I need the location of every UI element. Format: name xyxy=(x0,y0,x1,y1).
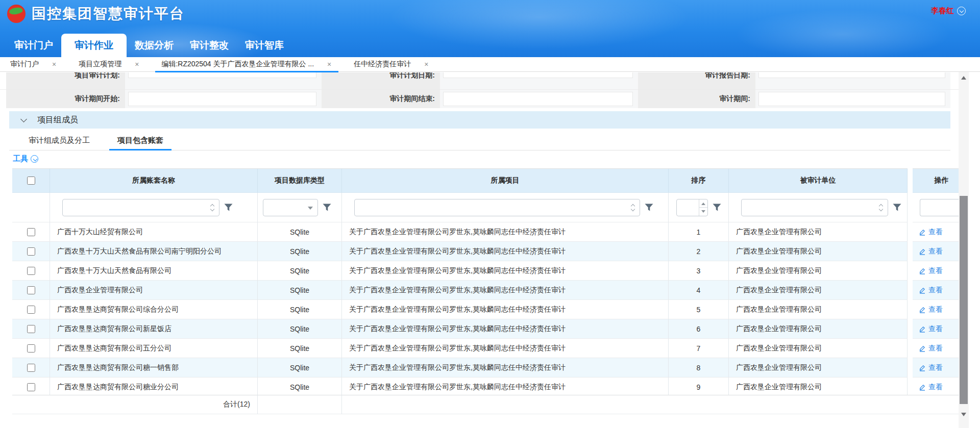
col-audited-unit: 被审计单位 xyxy=(729,168,908,193)
cell-order: 1 xyxy=(669,222,729,242)
view-action-link[interactable]: 查看 xyxy=(919,383,943,392)
funnel-filter-icon[interactable] xyxy=(323,204,331,211)
section-project-members[interactable]: 项目组成员 xyxy=(9,111,950,129)
doc-tab-2[interactable]: 编辑:RZ202504 关于广西农垦企业管理有限公 ...× xyxy=(161,57,331,72)
view-action-link[interactable]: 查看 xyxy=(919,228,943,237)
view-action-link[interactable]: 查看 xyxy=(919,247,943,256)
doc-tab-1[interactable]: 项目立项管理× xyxy=(79,57,139,72)
cell-db-type: SQlite xyxy=(258,222,342,242)
cell-audited-unit: 广西农垦企业管理有限公司 xyxy=(729,377,908,395)
form-input-clipped-2[interactable] xyxy=(443,72,633,78)
cell-account-set-name: 广西农垦十万大山天然食品有限公司 xyxy=(50,261,258,281)
view-action-link[interactable]: 查看 xyxy=(919,286,943,295)
form-label-clipped-2: 审计计划日期: xyxy=(322,72,440,89)
cell-order: 7 xyxy=(669,339,729,358)
cell-account-set-name: 广西农垦垦达商贸有限公司糖业分公司 xyxy=(50,377,258,395)
collapse-chevron-icon[interactable] xyxy=(20,116,27,122)
input-audit-period-end[interactable] xyxy=(443,92,633,106)
row-checkbox[interactable] xyxy=(27,364,35,372)
scroll-up-arrow-icon[interactable] xyxy=(961,76,966,80)
cell-audited-unit: 广西农垦企业管理有限公司 xyxy=(729,281,908,300)
nav-item-2[interactable]: 数据分析 xyxy=(127,34,182,57)
tab-close-icon[interactable]: × xyxy=(135,61,139,68)
funnel-filter-icon[interactable] xyxy=(645,204,653,211)
view-action-link[interactable]: 查看 xyxy=(919,363,943,372)
table-row[interactable]: 广西农垦垦达商贸有限公司新星饭店 SQlite 关于广西农垦企业管理有限公司罗世… xyxy=(12,319,965,339)
nav-item-4[interactable]: 审计智库 xyxy=(237,34,292,57)
form-label-clipped-1: 项目审计计划: xyxy=(6,72,125,89)
doc-tab-0[interactable]: 审计门户× xyxy=(10,57,56,72)
funnel-filter-icon[interactable] xyxy=(713,204,721,211)
form-value-clipped-3 xyxy=(755,72,950,89)
cell-account-set-name: 广西农垦十万大山天然食品有限公司南宁明阳分公司 xyxy=(50,242,258,261)
filter-actions-input-clipped[interactable] xyxy=(920,199,965,216)
form-input-clipped-3[interactable] xyxy=(758,72,945,78)
funnel-filter-icon[interactable] xyxy=(224,204,233,211)
input-audit-period[interactable] xyxy=(758,92,945,106)
cell-db-type: SQlite xyxy=(258,281,342,300)
row-checkbox[interactable] xyxy=(27,228,35,236)
cell-account-set-name: 广西农垦垦达商贸有限公司糖一销售部 xyxy=(50,358,258,377)
cell-project: 关于广西农垦企业管理有限公司罗世东,莫咏麟同志任中经济责任审计 xyxy=(342,261,669,281)
tab-close-icon[interactable]: × xyxy=(52,61,56,68)
filter-account-name-combobox[interactable] xyxy=(62,199,219,216)
user-chevron-down-icon[interactable] xyxy=(957,7,966,15)
nav-item-1[interactable]: 审计作业 xyxy=(61,34,127,57)
filter-audited-unit-combobox[interactable] xyxy=(741,199,888,216)
edit-pencil-icon xyxy=(919,306,926,313)
tab-project-account-sets[interactable]: 项目包含账套 xyxy=(108,131,173,150)
nav-item-3[interactable]: 审计整改 xyxy=(182,34,237,57)
cell-audited-unit: 广西农垦企业管理有限公司 xyxy=(729,242,908,261)
tools-dropdown[interactable]: 工具 xyxy=(13,154,38,164)
user-menu[interactable]: 李春红 xyxy=(931,6,966,16)
vertical-scrollbar[interactable] xyxy=(959,72,969,428)
view-action-link[interactable]: 查看 xyxy=(919,305,943,314)
edit-pencil-icon xyxy=(919,229,926,236)
document-tabstrip: 审计门户×项目立项管理×编辑:RZ202504 关于广西农垦企业管理有限公 ..… xyxy=(0,57,980,72)
cell-db-type: SQlite xyxy=(258,300,342,319)
tab-close-icon[interactable]: × xyxy=(327,61,331,68)
scrollbar-thumb[interactable] xyxy=(960,196,968,404)
cell-audited-unit: 广西农垦企业管理有限公司 xyxy=(729,300,908,319)
row-checkbox[interactable] xyxy=(27,286,35,294)
edit-pencil-icon xyxy=(919,345,926,352)
tab-close-icon[interactable]: × xyxy=(424,61,428,68)
table-row[interactable]: 广西农垦企业管理有限公司 SQlite 关于广西农垦企业管理有限公司罗世东,莫咏… xyxy=(12,281,965,300)
cell-project: 关于广西农垦企业管理有限公司罗世东,莫咏麟同志任中经济责任审计 xyxy=(342,222,669,242)
row-checkbox[interactable] xyxy=(27,325,35,333)
scroll-down-arrow-icon[interactable] xyxy=(961,413,966,416)
form-input-clipped-1[interactable] xyxy=(128,72,316,78)
table-row[interactable]: 广西农垦垦达商贸有限公司糖业分公司 SQlite 关于广西农垦企业管理有限公司罗… xyxy=(12,377,965,395)
cell-db-type: SQlite xyxy=(258,242,342,261)
filter-order-spinner[interactable] xyxy=(676,199,708,216)
view-action-link[interactable]: 查看 xyxy=(919,266,943,275)
table-row[interactable]: 广西十万大山经贸有限公司 SQlite 关于广西农垦企业管理有限公司罗世东,莫咏… xyxy=(12,222,965,242)
table-row[interactable]: 广西农垦十万大山天然食品有限公司 SQlite 关于广西农垦企业管理有限公司罗世… xyxy=(12,261,965,281)
view-action-link[interactable]: 查看 xyxy=(919,324,943,334)
doc-tab-label: 审计门户 xyxy=(10,60,39,69)
cell-order: 3 xyxy=(669,261,729,281)
table-row[interactable]: 广西农垦十万大山天然食品有限公司南宁明阳分公司 SQlite 关于广西农垦企业管… xyxy=(12,242,965,261)
filter-project-combobox[interactable] xyxy=(354,199,640,216)
table-row[interactable]: 广西农垦垦达商贸有限公司综合分公司 SQlite 关于广西农垦企业管理有限公司罗… xyxy=(12,300,965,319)
tab-audit-team-division[interactable]: 审计组成员及分工 xyxy=(19,131,99,150)
row-checkbox[interactable] xyxy=(27,344,35,353)
doc-tab-3[interactable]: 任中经济责任审计× xyxy=(354,57,428,72)
input-audit-period-start[interactable] xyxy=(128,92,316,106)
row-checkbox[interactable] xyxy=(27,306,35,314)
select-all-checkbox[interactable] xyxy=(27,177,35,185)
funnel-filter-icon[interactable] xyxy=(893,204,901,211)
row-checkbox[interactable] xyxy=(27,383,35,391)
cell-order: 9 xyxy=(669,377,729,395)
view-action-link[interactable]: 查看 xyxy=(919,344,943,353)
col-actions: 操作 xyxy=(913,168,965,193)
member-subtabs: 审计组成员及分工 项目包含账套 xyxy=(9,131,950,150)
table-row[interactable]: 广西农垦垦达商贸有限公司糖一销售部 SQlite 关于广西农垦企业管理有限公司罗… xyxy=(12,358,965,377)
filter-db-type-select[interactable] xyxy=(263,199,318,216)
table-row[interactable]: 广西农垦垦达商贸有限公司五分公司 SQlite 关于广西农垦企业管理有限公司罗世… xyxy=(12,339,965,358)
nav-item-0[interactable]: 审计门户 xyxy=(6,34,61,57)
table-filter-row xyxy=(12,193,965,222)
cell-db-type: SQlite xyxy=(258,319,342,339)
row-checkbox[interactable] xyxy=(27,267,35,275)
row-checkbox[interactable] xyxy=(27,247,35,256)
